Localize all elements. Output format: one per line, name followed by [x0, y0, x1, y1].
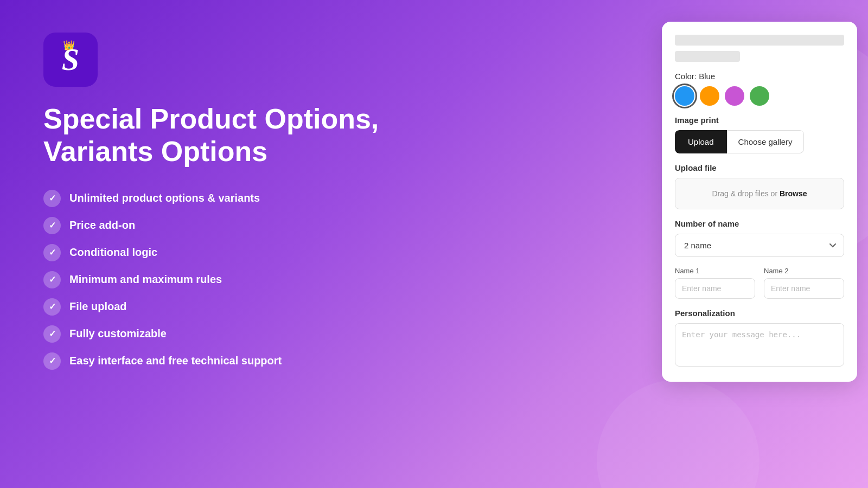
upload-file-section: Upload file Drag & drop files or Browse [675, 163, 844, 209]
feature-text-3: Minimum and maximum rules [69, 273, 222, 286]
feature-item-0: ✓ Unlimited product options & variants [43, 190, 629, 207]
number-name-section: Number of name 1 name 2 name 3 name [675, 219, 844, 257]
left-panel: 👑 S Special Product Options, Variants Op… [0, 0, 662, 488]
logo-letter: S [62, 44, 79, 75]
name2-field: Name 2 [764, 267, 844, 299]
feature-text-4: File upload [69, 300, 127, 313]
logo-inner: 👑 S [62, 44, 79, 75]
image-print-section: Image print Upload Choose gallery [675, 115, 844, 153]
feature-item-3: ✓ Minimum and maximum rules [43, 271, 629, 288]
headline-line2: Variants Options [43, 136, 412, 168]
swatch-orange[interactable] [700, 86, 719, 106]
right-panel: Color: Blue Image print Upload Choose ga… [662, 0, 868, 488]
name1-label: Name 1 [675, 267, 755, 275]
name-fields: Name 1 Name 2 [675, 267, 844, 299]
name1-field: Name 1 [675, 267, 755, 299]
color-label: Color: Blue [675, 72, 844, 81]
feature-item-1: ✓ Price add-on [43, 217, 629, 234]
skeleton-bar-short [675, 51, 740, 62]
personalization-section: Personalization [675, 309, 844, 369]
check-icon-6: ✓ [43, 352, 61, 370]
swatch-blue[interactable] [675, 86, 694, 106]
headline-line1: Special Product Options, [43, 103, 412, 136]
feature-text-0: Unlimited product options & variants [69, 192, 260, 204]
name2-label: Name 2 [764, 267, 844, 275]
choose-gallery-button[interactable]: Choose gallery [727, 130, 804, 153]
feature-text-2: Conditional logic [69, 246, 157, 259]
check-icon-1: ✓ [43, 217, 61, 234]
name1-input[interactable] [675, 278, 755, 299]
color-swatches [675, 86, 844, 106]
upload-file-label: Upload file [675, 163, 844, 172]
feature-text-6: Easy interface and free technical suppor… [69, 355, 282, 367]
feature-item-6: ✓ Easy interface and free technical supp… [43, 352, 629, 370]
upload-button[interactable]: Upload [675, 130, 727, 153]
check-icon-2: ✓ [43, 244, 61, 261]
name2-input[interactable] [764, 278, 844, 299]
check-icon-4: ✓ [43, 298, 61, 316]
image-print-label: Image print [675, 115, 844, 125]
product-card: Color: Blue Image print Upload Choose ga… [662, 22, 857, 382]
upload-drop-zone[interactable]: Drag & drop files or Browse [675, 178, 844, 209]
feature-item-2: ✓ Conditional logic [43, 244, 629, 261]
personalization-label: Personalization [675, 309, 844, 318]
drag-drop-text: Drag & drop files or [712, 189, 780, 198]
image-print-button-group: Upload Choose gallery [675, 130, 844, 153]
personalization-textarea[interactable] [675, 323, 844, 367]
check-icon-3: ✓ [43, 271, 61, 288]
number-of-name-dropdown[interactable]: 1 name 2 name 3 name [675, 234, 844, 257]
swatch-purple[interactable] [725, 86, 744, 106]
browse-link[interactable]: Browse [780, 189, 807, 198]
features-list: ✓ Unlimited product options & variants ✓… [43, 190, 629, 370]
feature-item-4: ✓ File upload [43, 298, 629, 316]
check-icon-5: ✓ [43, 325, 61, 343]
swatch-green[interactable] [750, 86, 769, 106]
headline: Special Product Options, Variants Option… [43, 103, 412, 168]
number-of-name-label: Number of name [675, 219, 844, 228]
skeleton-section [675, 35, 844, 62]
skeleton-bar-wide [675, 35, 844, 46]
color-section: Color: Blue [675, 72, 844, 106]
feature-text-1: Price add-on [69, 219, 135, 232]
feature-text-5: Fully customizable [69, 328, 167, 340]
feature-item-5: ✓ Fully customizable [43, 325, 629, 343]
logo-container: 👑 S [43, 33, 98, 87]
check-icon-0: ✓ [43, 190, 61, 207]
